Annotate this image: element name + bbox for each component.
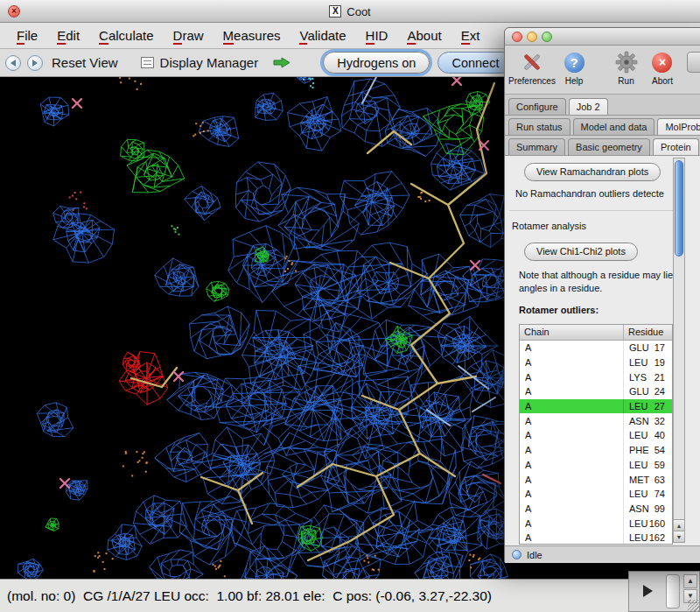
tab-run-status[interactable]: Run status (508, 118, 570, 135)
tab-basic-geometry[interactable]: Basic geometry (568, 138, 650, 155)
table-body: AGLU17ALEU19ALYS21AGLU24ALEU27AASN32ALEU… (520, 341, 672, 545)
dialog-close-button[interactable] (512, 32, 522, 42)
clipped-icon (685, 50, 700, 74)
resize-grip[interactable] (688, 600, 699, 611)
clipped-toolbar-button[interactable] (681, 50, 700, 74)
scrollbar-up-icon[interactable]: ▲ (674, 519, 684, 531)
menu-edit[interactable]: Edit (47, 25, 89, 46)
table-row-phe-54[interactable]: APHE54 (520, 443, 672, 458)
menu-ext[interactable]: Ext (452, 25, 490, 46)
main-window-title: X Coot (0, 0, 700, 23)
table-row-asn-32[interactable]: AASN32 (520, 413, 672, 428)
rotamer-note-line1: Note that although a residue may lie (519, 270, 673, 280)
x11-app-icon: X (329, 5, 341, 18)
separator (509, 210, 684, 211)
dialog-content: View Ramachandran plots No Ramachandran … (505, 156, 700, 545)
table-row-lys-21[interactable]: ALYS21 (520, 369, 672, 384)
play-triangle-icon[interactable] (643, 585, 653, 597)
corner-panel: ▲ ▼ (628, 571, 700, 612)
scrollbar-thumb[interactable] (675, 160, 683, 257)
table-header-row: Chain Residue (520, 325, 672, 341)
dialog-minimize-button[interactable] (527, 32, 537, 42)
abort-label: Abort (652, 76, 673, 86)
rotamer-outliers-label: Rotamer outliers: (519, 305, 598, 315)
abort-button[interactable]: × Abort (644, 50, 681, 86)
column-header-residue[interactable]: Residue (624, 325, 672, 340)
menu-calculate[interactable]: Calculate (89, 25, 164, 46)
menu-about[interactable]: About (397, 25, 451, 46)
menu-draw[interactable]: Draw (164, 25, 214, 46)
screen: × X Coot FileEditCalculateDrawMeasuresVa… (0, 0, 700, 612)
table-row-leu-59[interactable]: ALEU59 (520, 458, 672, 473)
job-tab-row: ConfigureJob 2 (505, 95, 700, 116)
view-chi1-chi2-plots-button[interactable]: View Chi1-Chi2 plots (524, 243, 638, 261)
rotamer-analysis-label: Rotamer analysis (512, 221, 586, 231)
table-row-leu-74[interactable]: ALEU74 (520, 487, 672, 502)
table-row-leu-40[interactable]: ALEU40 (520, 428, 672, 443)
rotamer-outliers-table: Chain Residue AGLU17ALEU19ALYS21AGLU24AL… (519, 324, 673, 545)
validation-dialog: Preferences ? Help (504, 27, 700, 562)
menu-measures[interactable]: Measures (214, 25, 290, 46)
display-manager-icon (141, 57, 154, 68)
display-manager-button[interactable]: Display Manager (160, 55, 259, 70)
dialog-titlebar (505, 28, 700, 46)
corner-scrollbar-track[interactable] (666, 574, 680, 608)
section-tab-row: Run statusModel and dataMolProbit (505, 116, 700, 136)
status-orb-icon (512, 550, 522, 559)
category-tab-row: SummaryBasic geometryProteinC (505, 136, 700, 156)
menu-hid[interactable]: HID (356, 25, 398, 46)
tab-summary[interactable]: Summary (508, 138, 565, 155)
view-ramachandran-plots-button[interactable]: View Ramachandran plots (524, 163, 661, 181)
go-arrow-icon[interactable] (272, 56, 291, 69)
abort-icon: × (650, 50, 675, 74)
tools-icon (520, 50, 544, 74)
dialog-status-bar: Idle (505, 545, 700, 563)
hydrogens-toggle-button[interactable]: Hydrogens on (323, 52, 430, 74)
dialog-status-text: Idle (527, 550, 542, 560)
rotamer-note-line2: angles in a residue. (519, 283, 602, 293)
help-icon: ? (562, 50, 586, 74)
main-titlebar: × X Coot (0, 0, 700, 23)
table-row-leu-160[interactable]: ALEU160 (520, 516, 672, 531)
preferences-label: Preferences (508, 76, 556, 86)
table-row-leu-162[interactable]: ALEU162 (520, 531, 672, 545)
table-row-leu-27[interactable]: ALEU27 (520, 399, 672, 414)
dialog-zoom-button[interactable] (542, 32, 552, 42)
run-label: Run (618, 76, 634, 86)
table-row-met-63[interactable]: AMET63 (520, 472, 672, 487)
atom-status-text: (mol. no: 0) CG /1/A/27 LEU occ: 1.00 bf… (7, 588, 492, 604)
ramachandran-result-text: No Ramachandran outliers detecte (515, 188, 664, 199)
table-row-asn-99[interactable]: AASN99 (520, 502, 672, 517)
tab-molprobit[interactable]: MolProbit (657, 118, 700, 135)
dialog-scrollbar[interactable]: ▲ ▼ (673, 158, 685, 543)
menu-file[interactable]: File (7, 25, 47, 46)
run-button[interactable]: Run (608, 50, 644, 86)
tab-model-and-data[interactable]: Model and data (573, 118, 655, 135)
tab-protein[interactable]: Protein (653, 138, 699, 155)
help-button[interactable]: ? Help (556, 50, 592, 86)
connect-mode-button[interactable]: Connect (438, 52, 513, 74)
dialog-toolbar: Preferences ? Help (505, 46, 700, 95)
scrollbar-down-icon[interactable]: ▼ (674, 531, 684, 542)
scroll-up-icon[interactable]: ▲ (683, 574, 697, 588)
nav-back-icon[interactable] (5, 55, 21, 71)
column-header-chain[interactable]: Chain (520, 325, 624, 340)
main-status-bar: (mol. no: 0) CG /1/A/27 LEU occ: 1.00 bf… (0, 579, 700, 612)
table-row-glu-17[interactable]: AGLU17 (520, 341, 672, 355)
menu-validate[interactable]: Validate (290, 25, 355, 46)
preferences-button[interactable]: Preferences (508, 50, 556, 86)
title-text: Coot (346, 5, 370, 18)
tab-job-2[interactable]: Job 2 (569, 98, 608, 115)
gear-icon (614, 50, 639, 74)
table-row-leu-19[interactable]: ALEU19 (520, 355, 672, 370)
table-row-glu-24[interactable]: AGLU24 (520, 384, 672, 399)
reset-view-button[interactable]: Reset View (52, 55, 118, 70)
tab-configure[interactable]: Configure (508, 98, 566, 115)
nav-forward-icon[interactable] (27, 55, 43, 71)
help-label: Help (565, 76, 584, 86)
